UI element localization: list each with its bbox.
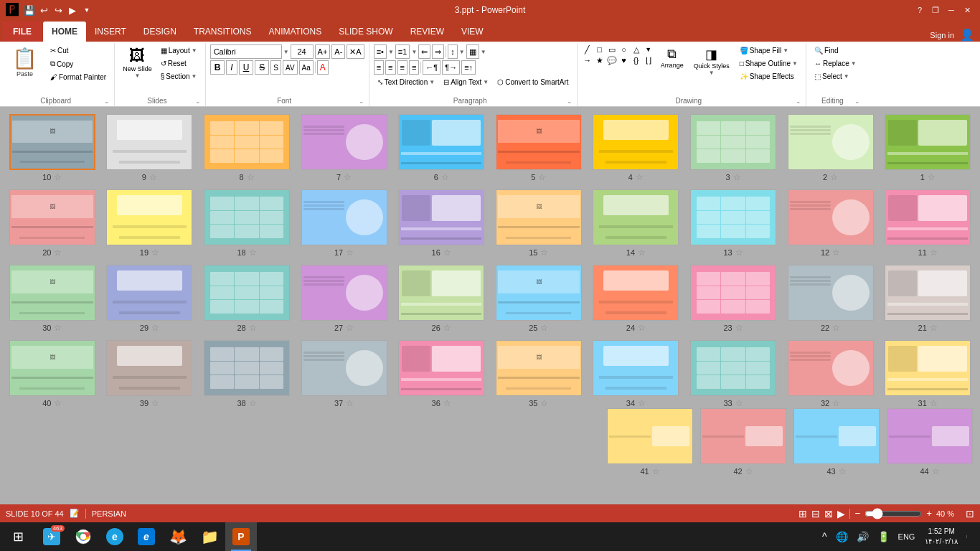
tab-home[interactable]: HOME (43, 22, 86, 42)
help-button[interactable]: ? (913, 4, 927, 16)
restore-button[interactable]: ❐ (928, 4, 943, 16)
slide-item-43[interactable]: ☆43 (793, 408, 880, 476)
slide-item-10[interactable]: 🖼☆10 (7, 114, 98, 182)
minimize-button[interactable]: ─ (944, 4, 958, 16)
slide-item-7[interactable]: ☆7 (299, 114, 390, 182)
format-painter-button[interactable]: 🖌 Format Painter (47, 71, 110, 83)
select-button[interactable]: ⬚ Select ▼ (811, 70, 860, 83)
slide-star-25[interactable]: ☆ (540, 323, 548, 333)
slide-item-25[interactable]: 🖼☆25 (494, 265, 584, 333)
editing-expand[interactable]: ⌄ (854, 98, 860, 105)
zoom-slider[interactable] (864, 508, 922, 519)
slide-star-21[interactable]: ☆ (930, 323, 938, 333)
slide-item-3[interactable]: ☆3 (688, 114, 778, 182)
underline-button[interactable]: U (239, 60, 254, 75)
slide-star-10[interactable]: ☆ (54, 172, 62, 182)
show-desktop[interactable] (966, 535, 974, 538)
slide-star-4[interactable]: ☆ (636, 172, 644, 182)
slide-item-26[interactable]: ☆26 (396, 265, 486, 333)
save-button[interactable]: 💾 (23, 4, 36, 17)
find-button[interactable]: 🔍 Find (811, 44, 860, 57)
reset-button[interactable]: ↺ Reset (157, 57, 201, 70)
slide-star-14[interactable]: ☆ (638, 248, 646, 258)
taskbar-firefox[interactable]: 🦊 (162, 522, 194, 551)
tab-design[interactable]: DESIGN (135, 22, 185, 42)
slide-star-31[interactable]: ☆ (930, 398, 938, 408)
slide-star-11[interactable]: ☆ (930, 248, 938, 258)
view-reading-button[interactable]: ▶ (837, 508, 845, 519)
line-spacing-button[interactable]: ↕ (448, 44, 458, 59)
slide-item-21[interactable]: ☆21 (882, 265, 973, 333)
paste-button[interactable]: 📋 Paste (7, 44, 42, 80)
slide-item-37[interactable]: ☆37 (299, 340, 390, 408)
slide-star-16[interactable]: ☆ (443, 248, 451, 258)
slide-star-33[interactable]: ☆ (735, 398, 743, 408)
view-notes-button[interactable]: ⊠ (824, 508, 833, 519)
slide-star-19[interactable]: ☆ (151, 248, 159, 258)
slide-item-31[interactable]: ☆31 (882, 340, 973, 408)
bullets-button[interactable]: ≡• (374, 44, 387, 59)
tab-insert[interactable]: INSERT (86, 22, 135, 42)
slide-star-8[interactable]: ☆ (247, 172, 255, 182)
more-shapes[interactable]: ▼ (643, 44, 654, 55)
slide-star-17[interactable]: ☆ (346, 248, 354, 258)
slide-item-32[interactable]: ☆32 (786, 340, 876, 408)
italic-button[interactable]: I (226, 60, 237, 75)
slide-star-7[interactable]: ☆ (344, 172, 352, 182)
slide-star-36[interactable]: ☆ (443, 398, 451, 408)
arrow-shape[interactable]: → (582, 55, 593, 65)
slide-star-29[interactable]: ☆ (151, 323, 159, 333)
taskbar-telegram[interactable]: ✈ 463 (36, 522, 67, 551)
increase-indent-button[interactable]: ⇒ (432, 44, 444, 59)
font-color-button[interactable]: A (317, 60, 329, 75)
taskbar-chrome[interactable] (67, 522, 99, 551)
slide-item-20[interactable]: 🖼☆20 (7, 189, 98, 258)
columns-button[interactable]: ▦ (466, 44, 479, 59)
slide-star-38[interactable]: ☆ (249, 398, 257, 408)
callout-shape[interactable]: 💬 (606, 55, 618, 65)
align-right-button[interactable]: ≡ (397, 60, 407, 75)
section-button[interactable]: § Section ▼ (157, 70, 201, 83)
slide-item-24[interactable]: ☆24 (591, 265, 682, 333)
shape-effects-button[interactable]: ✨ Shape Effects (736, 70, 801, 83)
undo-button[interactable]: ↩ (37, 4, 50, 17)
taskbar-ie[interactable]: e (99, 522, 131, 551)
slide-item-2[interactable]: ☆2 (786, 114, 876, 182)
font-name-input[interactable] (210, 44, 282, 59)
zoom-out-button[interactable]: − (854, 508, 860, 519)
start-presentation-button[interactable]: ▶ (66, 4, 79, 17)
layout-button[interactable]: ▦ Layout ▼ (157, 44, 201, 57)
slide-item-34[interactable]: ☆34 (591, 340, 682, 408)
decrease-font-button[interactable]: A- (331, 44, 345, 59)
shape-fill-button[interactable]: 🪣 Shape Fill ▼ (736, 44, 801, 57)
slide-item-33[interactable]: ☆33 (688, 340, 778, 408)
copy-button[interactable]: ⧉ Copy (47, 57, 110, 70)
justify-button[interactable]: ≡ (409, 60, 419, 75)
signin-button[interactable]: Sign in (930, 31, 954, 39)
bracket-shape[interactable]: {} (631, 55, 642, 65)
slide-item-22[interactable]: ☆22 (786, 265, 876, 333)
rtl-button[interactable]: ←¶ (423, 60, 440, 75)
customize-qat-button[interactable]: ▼ (80, 4, 93, 17)
font-size-input[interactable] (291, 44, 314, 59)
clear-format-button[interactable]: ✕A (347, 44, 364, 59)
replace-button[interactable]: ↔ Replace ▼ (811, 57, 860, 70)
slide-item-44[interactable]: ☆44 (887, 408, 973, 476)
slide-item-14[interactable]: ☆14 (591, 189, 682, 258)
convert-smartart-button[interactable]: ⬡ Convert to SmartArt (494, 76, 572, 88)
slide-star-28[interactable]: ☆ (249, 323, 257, 333)
slide-item-29[interactable]: ☆29 (105, 265, 195, 333)
bold-button[interactable]: B (210, 60, 225, 75)
slide-item-19[interactable]: ☆19 (105, 189, 195, 258)
triangle-shape[interactable]: △ (631, 44, 642, 55)
slide-star-9[interactable]: ☆ (149, 172, 157, 182)
slide-star-39[interactable]: ☆ (151, 398, 159, 408)
slide-item-1[interactable]: ☆1 (882, 114, 973, 182)
taskbar-explorer[interactable]: 📁 (194, 522, 225, 551)
rounded-rect-shape[interactable]: ▭ (606, 44, 618, 55)
zoom-in-button[interactable]: + (926, 508, 932, 519)
slide-item-11[interactable]: ☆11 (882, 189, 973, 258)
increase-font-button[interactable]: A+ (315, 44, 331, 59)
slide-star-23[interactable]: ☆ (735, 323, 743, 333)
slide-item-12[interactable]: ☆12 (786, 189, 876, 258)
